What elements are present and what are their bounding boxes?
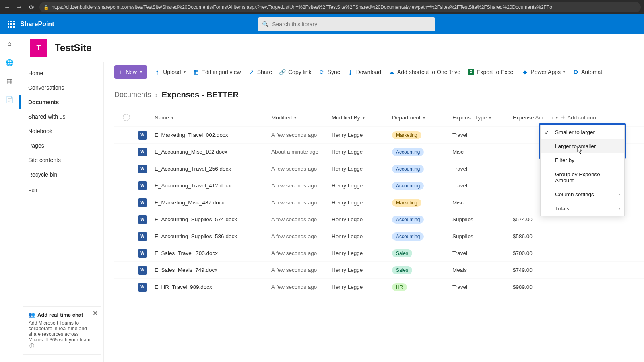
menu-column-settings[interactable]: Column settings › [541,187,624,202]
search-input[interactable] [272,21,431,27]
chevron-down-icon: ▾ [423,115,425,120]
chevron-right-icon: › [619,206,620,211]
upload-button[interactable]: ⭱Upload▾ [154,69,185,75]
chevron-down-icon: ▾ [140,70,142,74]
table-row[interactable]: E_Sales_Travel_700.docxA few seconds ago… [114,245,644,261]
menu-sort-asc-label: Smaller to larger [555,129,595,135]
upload-label: Upload [163,69,181,75]
menu-group-label: Group by Expense Amount [555,171,600,183]
new-button[interactable]: + New ▾ [114,65,147,79]
cell-expense-type: Travel [452,132,513,138]
cell-department: Accounting [392,182,452,190]
cell-modified-by[interactable]: Henry Legge [332,149,392,155]
news-rail-icon[interactable]: ▦ [5,76,14,85]
files-rail-icon[interactable]: 📄 [5,95,14,104]
col-expense-amount-header[interactable]: Expense Am…↑▾ [513,115,561,121]
cell-name[interactable]: E_Accounting_Travel_256.docx [155,166,271,172]
cell-name[interactable]: E_Marketing_Misc_487.docx [155,200,271,206]
home-rail-icon[interactable]: ⌂ [5,39,14,48]
cell-expense-type: Misc [452,149,513,155]
forward-button[interactable]: → [15,3,23,11]
nav-shared[interactable]: Shared with us [19,109,103,124]
edit-grid-button[interactable]: ▦Edit in grid view [193,69,241,75]
menu-sort-desc[interactable]: Larger to smaller [541,139,624,153]
cell-name[interactable]: E_Marketing_Travel_002.docx [155,132,271,138]
site-title[interactable]: TestSite [55,42,92,53]
cell-modified-by[interactable]: Henry Legge [332,183,392,189]
chevron-down-icon: ▾ [556,115,558,120]
cell-modified-by[interactable]: Henry Legge [332,216,392,222]
table-row[interactable]: E_Accounting_Supplies_586.docxA few seco… [114,228,644,245]
brand-label[interactable]: SharePoint [20,21,54,28]
col-modifiedby-header[interactable]: Modified By▾ [332,115,392,121]
app-launcher-icon[interactable] [5,18,18,31]
col-department-header[interactable]: Department▾ [392,115,452,121]
globe-rail-icon[interactable]: 🌐 [5,58,14,67]
nav-notebook[interactable]: Notebook [19,124,103,138]
cell-name[interactable]: E_Sales_Travel_700.docx [155,250,271,256]
nav-edit[interactable]: Edit [19,182,103,199]
cell-name[interactable]: E_Sales_Meals_749.docx [155,267,271,273]
svg-rect-7 [10,26,12,28]
shortcut-button[interactable]: ☁Add shortcut to OneDrive [388,69,460,75]
power-apps-button[interactable]: ◆Power Apps▾ [522,69,565,75]
sync-button[interactable]: ⟳Sync [319,69,340,75]
nav-site-contents[interactable]: Site contents [19,153,103,167]
table-row[interactable]: E_HR_Travel_989.docxA few seconds agoHen… [114,278,644,295]
nav-conversations[interactable]: Conversations [19,80,103,95]
nav-recycle-bin[interactable]: Recycle bin [19,167,103,182]
cell-department: Sales [392,266,452,274]
back-button[interactable]: ← [3,3,11,11]
share-button[interactable]: ↗Share [248,69,272,75]
cell-name[interactable]: E_Accounting_Supplies_586.docx [155,233,271,239]
search-box[interactable]: 🔍 [258,17,435,31]
cell-department: Accounting [392,148,452,156]
check-icon: ✓ [545,129,549,136]
nav-pages[interactable]: Pages [19,138,103,153]
select-all-checkbox[interactable] [123,114,130,121]
cell-modified-by[interactable]: Henry Legge [332,250,392,256]
menu-sort-asc[interactable]: ✓ Smaller to larger [541,125,624,139]
automate-button[interactable]: ⚙Automat [572,69,602,75]
cell-modified: A few seconds ago [271,267,332,273]
col-name-header[interactable]: Name▾ [155,115,271,121]
copy-link-button[interactable]: 🔗Copy link [279,69,312,75]
cell-name[interactable]: E_Accounting_Supplies_574.docx [155,216,271,222]
menu-group-by[interactable]: Group by Expense Amount [541,167,624,187]
menu-filter-by[interactable]: Filter by [541,153,624,167]
cell-department: Accounting [392,216,452,224]
col-modified-header[interactable]: Modified▾ [271,115,332,121]
word-doc-icon [138,181,147,190]
cell-modified-by[interactable]: Henry Legge [332,200,392,206]
site-logo[interactable]: T [30,39,47,57]
address-bar[interactable]: 🔒 https://citizenbuilders.sharepoint.com… [39,2,641,12]
cell-modified-by[interactable]: Henry Legge [332,284,392,290]
cell-modified-by[interactable]: Henry Legge [332,233,392,239]
cell-modified-by[interactable]: Henry Legge [332,132,392,138]
url-text: https://citizenbuilders.sharepoint.com/s… [52,4,552,10]
nav-documents[interactable]: Documents [19,95,103,109]
table-row[interactable]: E_Sales_Meals_749.docxA few seconds agoH… [114,261,644,278]
chevron-down-icon: ▾ [184,70,186,74]
download-button[interactable]: ⭳Download [347,69,381,75]
cell-name[interactable]: E_Accounting_Travel_412.docx [155,183,271,189]
add-column-button[interactable]: +Add column [561,114,609,121]
export-excel-button[interactable]: XExport to Excel [468,69,514,75]
editgrid-label: Edit in grid view [202,69,241,75]
nav-home[interactable]: Home [19,66,103,80]
cell-modified-by[interactable]: Henry Legge [332,267,392,273]
menu-totals[interactable]: Totals › [541,202,624,216]
col-modby-label: Modified By [332,115,360,121]
cell-modified-by[interactable]: Henry Legge [332,166,392,172]
info-icon[interactable]: ⓘ [29,343,34,349]
teams-icon: 👥 [29,312,35,318]
plus-icon: + [119,69,122,75]
word-doc-icon [138,249,147,258]
breadcrumb-root[interactable]: Documents [114,90,151,99]
cell-name[interactable]: E_HR_Travel_989.docx [155,284,271,290]
col-expense-type-header[interactable]: Expense Type▾ [452,115,513,121]
promo-close-icon[interactable]: ✕ [93,309,98,317]
grid-icon: ▦ [193,69,199,75]
reload-button[interactable]: ⟳ [27,3,35,11]
cell-name[interactable]: E_Accounting_Misc_102.docx [155,149,271,155]
